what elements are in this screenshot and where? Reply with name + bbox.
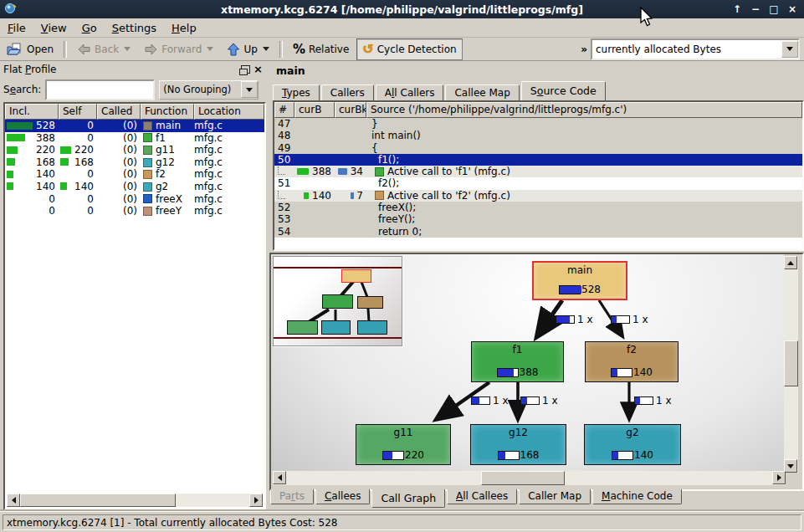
table-row[interactable]: 0 0 (0) freeY mfg.c (5, 205, 264, 217)
scroll-right-button[interactable] (249, 494, 263, 507)
graph-node-f1[interactable]: f1 388 (471, 341, 564, 382)
function-color-icon (143, 207, 152, 216)
tab-callee-map[interactable]: Callee Map (445, 84, 519, 100)
function-color-icon (143, 158, 152, 167)
tab-all-callees[interactable]: All Callees (447, 489, 517, 504)
curbk-bar (338, 168, 347, 175)
flat-profile-title: Flat Profile (3, 64, 56, 75)
forward-button[interactable]: Forward (138, 38, 219, 60)
cost-bar (612, 451, 633, 460)
tab-caller-map[interactable]: Caller Map (519, 489, 591, 504)
scrollbar-thumb[interactable] (20, 494, 176, 507)
graph-vscrollbar[interactable] (784, 256, 798, 473)
maximize-button[interactable]: □ (767, 3, 781, 16)
column-header-self[interactable]: Self (59, 104, 97, 120)
graph-hscrollbar[interactable] (273, 471, 786, 485)
event-type-combobox[interactable]: currently allocated Bytes (591, 38, 800, 60)
dock-close-icon[interactable]: × (253, 64, 263, 74)
menu-bar: File View Go Settings Help (0, 18, 804, 38)
column-header-called[interactable]: Called (97, 104, 141, 120)
back-button[interactable]: Back (71, 38, 136, 60)
column-header-line[interactable]: # (274, 102, 294, 118)
table-row[interactable]: 220 220 (0) g11 mfg.c (5, 144, 264, 156)
graph-node-g12[interactable]: g12 168 (470, 424, 566, 465)
source-call-line[interactable]: 388 34 Active call to 'f1' (mfg.c) (274, 166, 802, 177)
close-button[interactable]: × (786, 3, 799, 16)
menu-file[interactable]: File (0, 20, 33, 36)
call-graph-canvas[interactable]: main 528 f1 388 f2 140 g11 220 g12 168 g… (271, 254, 784, 471)
menu-settings[interactable]: Settings (105, 20, 164, 36)
tab-callees[interactable]: Callees (315, 489, 370, 504)
table-row[interactable]: 168 168 (0) g12 mfg.c (5, 156, 264, 169)
tab-machine-code[interactable]: Machine Code (592, 489, 682, 504)
source-line[interactable]: 53 freeY(); (274, 213, 802, 225)
column-header-source[interactable]: Source ('/home/philippe/valgrind/littlep… (366, 102, 802, 118)
up-arrow-icon (227, 43, 240, 56)
graph-node-main[interactable]: main 528 (532, 261, 627, 300)
table-row[interactable]: 140 140 (0) g2 mfg.c (5, 181, 264, 193)
source-line-selected[interactable]: 50 f1(); (274, 154, 802, 166)
scrollbar-thumb[interactable] (784, 340, 798, 386)
dock-float-icon[interactable] (241, 65, 250, 74)
source-line[interactable]: 47 } (274, 118, 802, 130)
scroll-left-button[interactable] (7, 494, 20, 507)
column-header-location[interactable]: Location (194, 104, 264, 120)
source-line[interactable]: 54 return 0; (274, 226, 802, 238)
tab-source-code[interactable]: Source Code (521, 81, 606, 100)
scroll-left-button[interactable] (273, 471, 286, 484)
app-icon (4, 3, 18, 16)
tab-parts[interactable]: Parts (270, 489, 314, 504)
cost-bar (497, 368, 519, 377)
column-header-function[interactable]: Function (141, 104, 194, 120)
column-header-curb[interactable]: curB (294, 102, 335, 118)
cycle-detection-button[interactable]: ↺ Cycle Detection (356, 38, 462, 60)
tab-types[interactable]: Types (273, 84, 320, 100)
table-row[interactable]: 0 0 (0) freeX mfg.c (5, 193, 264, 206)
tab-call-graph[interactable]: Call Graph (371, 489, 445, 508)
graph-overview-minimap[interactable] (273, 256, 402, 346)
scroll-right-button[interactable] (772, 471, 786, 484)
flat-profile-header: Incl. Self Called Function Location (5, 104, 264, 120)
tab-callers[interactable]: Callers (321, 84, 374, 100)
source-line[interactable]: 52 freeX(); (274, 202, 802, 213)
source-line[interactable]: 51 f2(); (274, 177, 802, 189)
minimize-button[interactable]: − (749, 3, 762, 16)
column-header-incl[interactable]: Incl. (5, 104, 59, 120)
graph-node-g2[interactable]: g2 140 (584, 424, 681, 465)
open-button[interactable]: Open (1, 38, 59, 60)
table-row[interactable]: 388 0 (0) f1 mfg.c (5, 132, 264, 145)
tab-all-callers[interactable]: All Callers (376, 84, 444, 100)
up-label: Up (243, 43, 257, 55)
forward-arrow-icon (144, 43, 158, 56)
table-row[interactable]: 528 0 (0) main mfg.c (5, 120, 264, 132)
up-button[interactable]: Up (221, 38, 274, 60)
menu-go[interactable]: Go (74, 20, 105, 36)
shade-button[interactable]: ↑ (730, 3, 744, 16)
event-type-dropdown-button[interactable] (781, 41, 798, 58)
back-dropdown-icon[interactable] (124, 47, 131, 51)
source-call-line[interactable]: 140 7 Active call to 'f2' (mfg.c) (274, 190, 802, 202)
graph-node-g11[interactable]: g11 220 (356, 424, 451, 465)
graph-node-f2[interactable]: f2 140 (585, 341, 679, 382)
column-header-curbk[interactable]: curBk (335, 102, 366, 118)
scrollbar-thumb[interactable] (481, 471, 565, 485)
up-dropdown-icon[interactable] (263, 47, 269, 51)
search-input[interactable] (45, 79, 155, 100)
source-line[interactable]: 48 int main() (274, 130, 802, 141)
grouping-combobox[interactable]: (No Grouping) (159, 80, 259, 100)
table-row[interactable]: 140 0 (0) f2 mfg.c (5, 168, 264, 181)
menu-view[interactable]: View (33, 20, 74, 36)
source-line[interactable]: 49 { (274, 142, 802, 154)
scroll-up-button[interactable] (784, 256, 797, 269)
flat-profile-hscrollbar[interactable] (7, 494, 263, 507)
source-rows: 47 } 48 int main() 49 { 50 f1(); 388 34 … (274, 118, 802, 238)
grouping-dropdown-button[interactable] (241, 81, 258, 98)
toolbar-overflow-chevron[interactable]: » (577, 43, 591, 55)
flat-profile-table: Incl. Self Called Function Location 528 … (3, 102, 266, 510)
function-color-icon (143, 121, 152, 130)
relative-button[interactable]: % Relative (287, 38, 355, 60)
scroll-down-button[interactable] (784, 459, 797, 473)
forward-dropdown-icon[interactable] (207, 47, 213, 51)
curbk-bar (351, 192, 354, 199)
menu-help[interactable]: Help (164, 20, 204, 36)
